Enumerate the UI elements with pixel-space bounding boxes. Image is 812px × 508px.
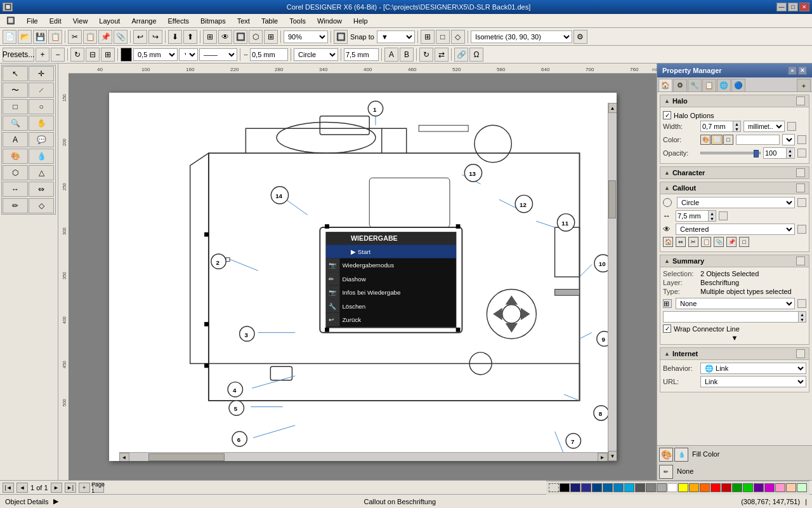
import-button[interactable]: ⬇ (168, 30, 182, 44)
menu-item-text[interactable]: Text (232, 15, 255, 27)
green-swatch[interactable] (732, 483, 742, 492)
callout-size-down-button[interactable]: ▼ (708, 216, 716, 221)
magenta-swatch[interactable] (764, 483, 775, 492)
line-style-select[interactable]: ▼ (179, 48, 198, 61)
red-swatch[interactable] (710, 483, 721, 492)
cyan-blue-swatch[interactable] (613, 483, 624, 492)
grid-button[interactable]: ⊞ (264, 30, 278, 44)
3d2-button[interactable]: ⬡ (249, 30, 263, 44)
view-mode-select[interactable]: Isometric (30, 90, 30) (471, 30, 572, 43)
transform-tool[interactable]: ✛ (29, 66, 54, 81)
save-button[interactable]: 💾 (33, 30, 47, 44)
export-button[interactable]: ⬆ (183, 30, 197, 44)
bright-green-swatch[interactable] (743, 483, 753, 492)
callout-tool[interactable]: 💬 (29, 132, 54, 147)
add-page-button[interactable]: + (79, 483, 90, 493)
gray-swatch[interactable] (646, 483, 656, 492)
view-button[interactable]: 👁 (218, 30, 232, 44)
internet-info-icon[interactable] (796, 349, 805, 358)
canvas-viewport[interactable]: WIEDERGABE ▶ Start 📷 Wiedergabemodus ✏ D… (69, 74, 657, 480)
dark-gray-swatch[interactable] (635, 483, 645, 492)
menu-item-bitmaps[interactable]: Bitmaps (195, 15, 231, 27)
line-tool[interactable]: ⟋ (29, 83, 54, 98)
link-button[interactable]: 🔗 (454, 48, 468, 62)
width-input[interactable] (250, 48, 288, 61)
select-tool[interactable]: ↖ (3, 66, 28, 81)
pm-fill-color-button[interactable]: 🎨 (659, 448, 673, 462)
pm-tab-paragraph[interactable]: 📋 (702, 79, 716, 91)
halo-opacity-thumb[interactable] (754, 150, 759, 157)
menu-item-effects[interactable]: Effects (163, 15, 194, 27)
line-end-select[interactable]: —— (199, 48, 237, 61)
halo-section-header[interactable]: ▲ Halo (660, 95, 809, 107)
callout-shape-select[interactable]: Circle (677, 197, 795, 208)
rect-tool[interactable]: □ (3, 99, 28, 114)
light-gray-swatch[interactable] (657, 483, 667, 492)
menu-item-help[interactable]: Help (348, 15, 373, 27)
redo-button[interactable]: ↪ (148, 30, 162, 44)
paint-bucket-tool[interactable]: 🎨 (3, 149, 28, 164)
halo-options-checkbox[interactable] (663, 111, 671, 119)
halo-info-icon[interactable] (796, 97, 805, 105)
cut-button[interactable]: ✂ (68, 30, 82, 44)
paste-button[interactable]: 📌 (98, 30, 112, 44)
line-color-button[interactable] (121, 48, 132, 62)
open-button[interactable]: 📂 (18, 30, 32, 44)
halo-opacity-spinner[interactable]: ▲ ▼ (763, 147, 795, 159)
light-blue-swatch[interactable] (624, 483, 634, 492)
pm-eyedropper-button[interactable]: 💧 (674, 448, 688, 462)
last-page-button[interactable]: ►| (65, 483, 76, 493)
shape-tool[interactable]: ⬡ (3, 165, 28, 180)
character-info-icon[interactable] (796, 168, 805, 177)
snap-grid-button[interactable]: ⊞ (421, 30, 435, 44)
add-preset-button[interactable]: + (36, 48, 49, 62)
blue2-swatch[interactable] (581, 483, 591, 492)
node-tool[interactable]: ◇ (29, 198, 54, 213)
dimension-tool[interactable]: ↔ (3, 182, 28, 197)
callout-position-select[interactable]: Centered (676, 224, 795, 235)
halo-color-select[interactable]: ▼ (782, 134, 795, 145)
internet-behavior-select[interactable]: 🌐 Link (700, 363, 806, 374)
callout-paste-button[interactable]: 📎 (714, 237, 724, 247)
pm-tab-symbol[interactable]: 🌐 (717, 79, 731, 91)
rotate-button[interactable]: ↻ (70, 48, 84, 62)
halo-opacity-slider[interactable] (700, 152, 761, 154)
internet-url-select[interactable]: Link (700, 376, 806, 387)
snap-object-button[interactable]: ◇ (451, 30, 465, 44)
summary-spinner-down-button[interactable]: ▼ (798, 317, 806, 322)
callout-copy-button[interactable]: 📋 (701, 237, 711, 247)
halo-color-swatch-button[interactable]: ⬜ (711, 135, 723, 145)
zoom-tool[interactable]: 🔍 (3, 116, 28, 131)
ellipse-tool[interactable]: ○ (29, 99, 54, 114)
callout-size-input[interactable] (344, 48, 379, 61)
next-page-button[interactable]: ► (51, 483, 62, 493)
rotate-cw-button[interactable]: ↻ (419, 48, 433, 62)
halo-width-down-button[interactable]: ▼ (733, 126, 740, 131)
snap-select[interactable]: ▼ (377, 30, 415, 43)
undo-button[interactable]: ↩ (133, 30, 147, 44)
view-settings-button[interactable]: ⚙ (573, 30, 587, 44)
preset-select-button[interactable]: Presets... (3, 48, 34, 62)
horizontal-scrollbar[interactable]: ◄ ► (119, 452, 608, 461)
summary-value-spinner[interactable]: ▲ ▼ (663, 311, 806, 323)
dark-orange-swatch[interactable] (700, 483, 710, 492)
black-swatch[interactable] (560, 483, 570, 492)
no-color-swatch[interactable] (549, 483, 559, 492)
copy-button[interactable]: 📋 (83, 30, 97, 44)
polygon-tool[interactable]: △ (29, 165, 54, 180)
new-button[interactable]: 📄 (3, 30, 16, 44)
pm-tab-extra[interactable]: + (797, 79, 811, 91)
summary-spinner-up-button[interactable]: ▲ (798, 312, 806, 317)
pm-outline-button[interactable]: ✏ (659, 465, 673, 479)
vertical-scrollbar[interactable]: ▲ ▼ (608, 103, 617, 461)
select-all-button[interactable]: ⊞ (203, 30, 217, 44)
first-page-button[interactable]: |◄ (3, 483, 14, 493)
summary-section-header[interactable]: ▲ Summary (660, 255, 809, 267)
halo-opacity-up-button[interactable]: ▲ (786, 148, 794, 153)
halo-opacity-down-button[interactable]: ▼ (786, 153, 794, 158)
wrap-expand-arrow[interactable]: ▼ (663, 334, 806, 342)
remove-preset-button[interactable]: − (51, 48, 65, 62)
pm-tab-properties[interactable]: 🏠 (658, 79, 672, 91)
orange-swatch[interactable] (689, 483, 699, 492)
maximize-button[interactable]: □ (788, 3, 798, 11)
